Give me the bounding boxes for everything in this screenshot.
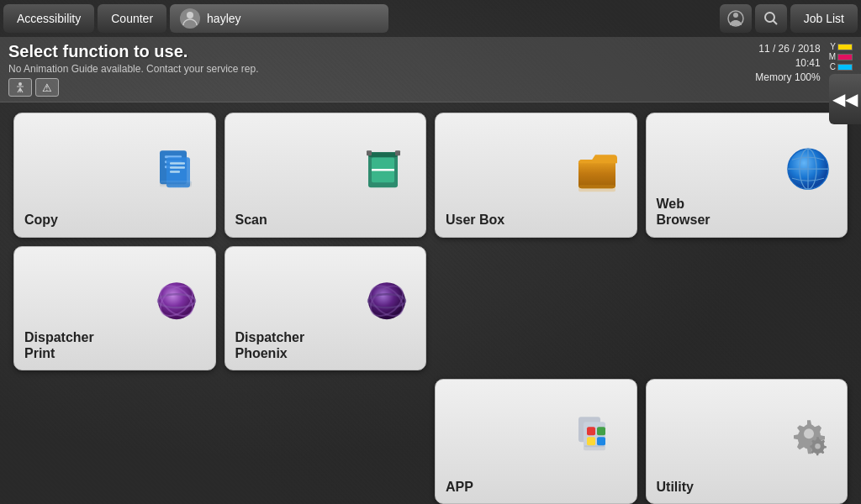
utility-tile-icon <box>779 407 837 465</box>
empty-tile-4-2 <box>646 246 848 371</box>
svg-line-4 <box>773 21 777 25</box>
scan-tile[interactable]: Scan <box>224 113 427 238</box>
ink-levels-block: Y M C <box>829 42 853 71</box>
dispatcher-phoenix-label: Dispatcher Phoenix <box>235 329 416 361</box>
svg-point-5 <box>18 82 22 86</box>
info-icon-row: ⚠ <box>8 78 747 97</box>
empty-tile-1-3 <box>13 379 216 504</box>
dispatcher-print-label: Dispatcher Print <box>24 329 205 361</box>
user-box-label: User Box <box>446 212 626 228</box>
counter-button[interactable]: Counter <box>98 4 166 33</box>
app-tile-icon <box>569 407 626 465</box>
scan-tile-icon <box>358 141 415 198</box>
ink-y-row: Y <box>830 42 853 51</box>
user-box-tile-icon <box>569 141 626 198</box>
svg-rect-18 <box>368 153 398 158</box>
info-text-block: Select function to use. No Animation Gui… <box>8 42 747 97</box>
warning-info-icon: ⚠ <box>35 78 59 97</box>
date-label: 11 / 26 / 2018 <box>755 42 820 56</box>
svg-point-2 <box>733 13 738 18</box>
ink-m-bar <box>837 54 853 60</box>
svg-rect-40 <box>587 437 595 445</box>
svg-rect-22 <box>578 160 615 189</box>
job-list-button[interactable]: Job List <box>790 4 858 33</box>
svg-point-44 <box>804 428 814 438</box>
web-browser-tile[interactable]: Web Browser <box>646 113 848 238</box>
back-arrow-button[interactable]: ◀◀ <box>829 74 861 124</box>
svg-point-0 <box>187 12 193 18</box>
svg-rect-41 <box>597 437 605 445</box>
svg-rect-38 <box>587 427 595 435</box>
svg-rect-20 <box>395 151 400 156</box>
svg-rect-13 <box>170 171 180 174</box>
user-name-label: hayley <box>207 12 240 25</box>
user-icon <box>180 8 200 29</box>
dispatcher-phoenix-tile[interactable]: Dispatcher Phoenix <box>224 246 427 371</box>
datetime-block: 11 / 26 / 2018 10:41 Memory 100% <box>755 42 820 84</box>
svg-rect-42 <box>584 445 605 450</box>
svg-rect-14 <box>160 181 192 188</box>
app-label: APP <box>446 479 626 495</box>
ink-m-label: M <box>829 52 836 61</box>
ink-c-bar <box>837 64 853 71</box>
empty-tile-3-2 <box>435 246 637 371</box>
empty-tile-2-3 <box>224 379 427 504</box>
dispatcher-phoenix-tile-icon <box>358 274 415 331</box>
memory-label: Memory 100% <box>755 71 820 85</box>
user-field: hayley <box>170 4 388 33</box>
copy-label: Copy <box>24 212 205 228</box>
top-bar: Accessibility Counter hayley Job List <box>0 0 861 37</box>
dispatcher-print-tile-icon <box>148 274 205 331</box>
svg-point-45 <box>815 444 821 449</box>
page-title: Select function to use. <box>8 42 747 61</box>
ink-y-bar <box>837 44 853 50</box>
svg-rect-39 <box>597 427 605 435</box>
time-label: 10:41 <box>755 56 820 71</box>
function-grid: Copy Scan <box>0 102 861 504</box>
page-subtitle: No Animation Guide available. Contact yo… <box>8 63 747 75</box>
ink-c-row: C <box>830 62 853 71</box>
svg-rect-12 <box>170 167 185 170</box>
info-bar: Select function to use. No Animation Gui… <box>0 37 861 102</box>
copy-tile[interactable]: Copy <box>13 113 216 238</box>
web-browser-label: Web Browser <box>657 196 837 228</box>
svg-rect-23 <box>578 186 615 192</box>
ink-y-label: Y <box>830 42 836 51</box>
back-arrow-icon: ◀◀ <box>832 89 858 109</box>
ink-c-label: C <box>830 62 836 71</box>
scan-label: Scan <box>235 212 416 228</box>
accessibility-button[interactable]: Accessibility <box>3 4 94 33</box>
dispatcher-print-tile[interactable]: Dispatcher Print <box>13 246 216 371</box>
utility-label: Utility <box>657 479 837 495</box>
accessibility-info-icon <box>8 78 32 97</box>
profile-icon-button[interactable] <box>720 4 752 33</box>
web-browser-tile-icon <box>779 141 837 198</box>
svg-rect-11 <box>170 163 185 165</box>
ink-m-row: M <box>829 52 853 61</box>
search-button[interactable] <box>755 4 787 33</box>
copy-tile-icon <box>148 141 205 198</box>
user-box-tile[interactable]: User Box <box>435 113 637 238</box>
svg-rect-19 <box>367 151 372 156</box>
svg-point-3 <box>765 13 774 22</box>
app-tile[interactable]: APP <box>435 379 637 504</box>
utility-tile[interactable]: Utility <box>646 379 848 504</box>
